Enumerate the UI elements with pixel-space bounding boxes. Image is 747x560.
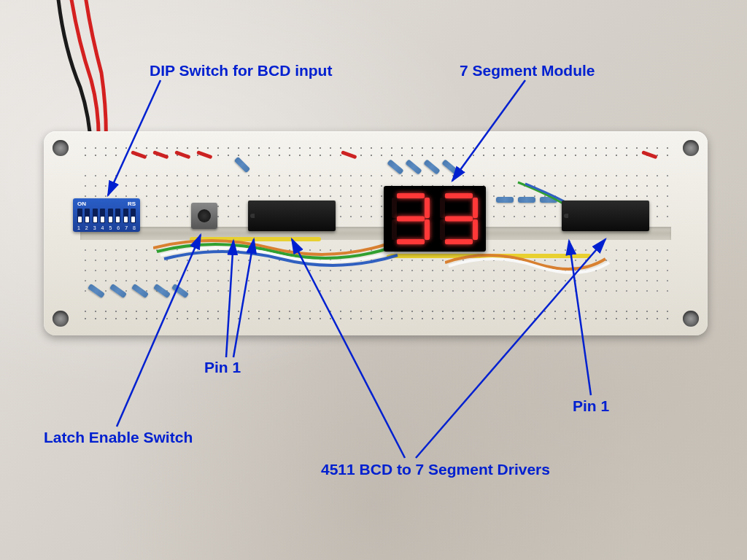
label-latch-enable: Latch Enable Switch [44,429,193,446]
dip-switch-5[interactable] [108,209,113,223]
dip-num: 3 [93,225,96,230]
breadboard [44,131,708,335]
dip-rs-label: RS [128,201,136,207]
power-rail-top [80,144,671,159]
dip-num: 2 [85,225,88,230]
dip-num: 1 [77,225,80,230]
dip-switch-1[interactable] [77,209,82,223]
dip-switch-8[interactable] [131,209,136,223]
ic-4511-left [248,201,336,231]
digit-left [390,192,432,246]
digit-right [438,192,480,246]
power-rail-bottom [80,308,671,322]
dip-num: 4 [101,225,104,230]
mounting-hole [683,311,699,327]
label-pin1-right: Pin 1 [573,397,609,415]
dip-num: 8 [133,225,136,230]
label-pin1-left: Pin 1 [204,359,241,376]
dip-on-label: ON [77,201,86,207]
dip-num: 5 [109,225,112,230]
dip-switch[interactable]: ON RS 1 2 3 4 5 6 7 8 [73,198,140,232]
dip-switch-6[interactable] [115,209,120,223]
latch-enable-switch[interactable] [191,203,217,229]
dip-num: 6 [117,225,120,230]
dip-switch-7[interactable] [123,209,128,223]
mounting-hole [683,140,699,156]
dip-num: 7 [125,225,128,230]
mounting-hole [53,140,69,156]
label-seven-segment: 7 Segment Module [460,62,595,79]
mounting-hole [53,311,69,327]
ic-4511-right [562,201,649,231]
dip-switch-4[interactable] [100,209,105,223]
dip-switch-3[interactable] [93,209,98,223]
label-drivers: 4511 BCD to 7 Segment Drivers [321,461,550,478]
power-wires [55,0,113,146]
label-dip-switch: DIP Switch for BCD input [150,62,332,79]
seven-segment-display [384,186,486,252]
dip-switch-2[interactable] [85,209,90,223]
